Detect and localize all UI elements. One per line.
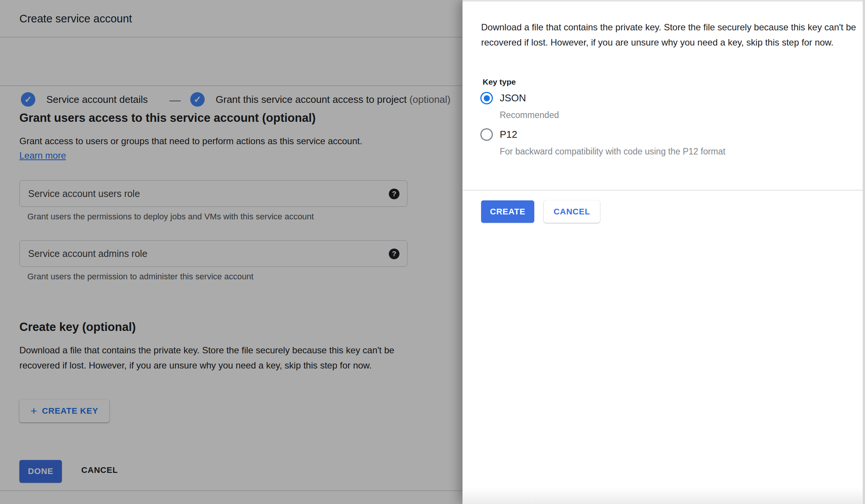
panel-description: Download a file that contains the privat…: [481, 20, 857, 50]
key-type-label: Key type: [483, 77, 516, 87]
window-edge-strip: [863, 0, 865, 504]
p12-option-description: For backward compatibility with code usi…: [500, 146, 725, 157]
key-type-option-json[interactable]: JSON: [480, 92, 526, 104]
screen: Create service account ✓ Service account…: [0, 0, 865, 504]
panel-actions-divider: [462, 190, 863, 191]
panel-cancel-button[interactable]: CANCEL: [544, 200, 600, 223]
create-key-panel: Download a file that contains the privat…: [462, 0, 863, 504]
radio-selected-icon[interactable]: [480, 92, 493, 104]
panel-bottom-fade: [462, 487, 863, 504]
create-button[interactable]: CREATE: [481, 200, 534, 223]
panel-top-edge: [462, 0, 863, 2]
radio-unselected-icon[interactable]: [480, 128, 493, 141]
json-option-description: Recommended: [500, 109, 559, 121]
key-type-option-p12[interactable]: P12: [480, 128, 517, 141]
radio-dot: [484, 95, 490, 101]
radio-label-json: JSON: [500, 92, 526, 104]
radio-label-p12: P12: [500, 128, 517, 141]
